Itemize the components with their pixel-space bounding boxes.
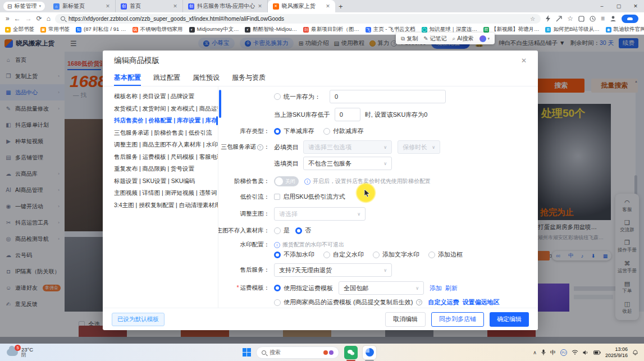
history-icon[interactable] <box>590 16 596 22</box>
tab-close-icon[interactable]: ✕ <box>258 3 262 9</box>
modal-menu-item[interactable]: 主图视频 | 详情图 | 测评短视频 | 违禁词 <box>114 187 218 199</box>
star-icon[interactable]: ☆ <box>567 15 573 22</box>
modal-tab[interactable]: 服务与资质 <box>232 71 266 86</box>
wifi-icon[interactable] <box>572 350 578 355</box>
confirm-edit-button[interactable]: 确定编辑 <box>490 312 529 327</box>
tray-app-icon[interactable]: PU <box>560 349 567 356</box>
weather-widget[interactable]: 5 23°C 阴 <box>0 347 33 358</box>
tier-price-toggle[interactable]: 关闭 <box>274 176 299 186</box>
main-image-yes-radio[interactable]: 是 <box>274 226 290 235</box>
modal-menu-item[interactable]: 调整主图 | 商品主图不存入素材库 | 水印配置 <box>114 139 218 151</box>
clock[interactable]: 13:06 2025/9/16 <box>605 346 628 358</box>
menu-icon[interactable]: ≡ <box>601 15 605 22</box>
close-window-button[interactable]: ✕ <box>627 0 644 12</box>
bookmark-item[interactable]: ▣ 常用书签 <box>40 26 70 33</box>
wechat-app-icon[interactable] <box>344 346 358 359</box>
bookmark-item[interactable]: ★ 全部书签 <box>5 26 34 33</box>
low-price-checkbox[interactable]: 启用SKU低价引流方式 <box>274 193 345 201</box>
warranty-select[interactable]: 保修时长∨ <box>398 140 440 154</box>
modal-menu-item[interactable]: 售后服务 | 运费模板 | 尺码模板 | 客服电话 <box>114 151 218 163</box>
url-bar[interactable]: https://xfdyorder.zzbtool.com/zzb_super_… <box>55 14 541 24</box>
lightning-icon[interactable] <box>545 15 551 22</box>
modal-menu-item[interactable]: 重复发布 | 商品限购 | 货号设置 <box>114 163 218 175</box>
browser-tab[interactable]: 创 首页 ✕ <box>116 0 183 12</box>
low-stock-input[interactable]: 0 <box>335 108 360 121</box>
tab-close-icon[interactable]: ✕ <box>173 3 177 9</box>
stock-type-payment-radio[interactable]: 付款减库存 <box>323 127 364 135</box>
cloud-sync-pill[interactable] <box>622 15 638 23</box>
browser-tab[interactable]: 创 抖店服务市场-应用中心 ✕ <box>183 0 268 12</box>
modal-tab[interactable]: 基本配置 <box>114 71 141 86</box>
bookmark-item[interactable]: 知 (87 封私信 / 91 … <box>76 26 126 33</box>
modal-menu-item[interactable]: 三包服务承诺 | 阶梯价售卖 | 低价引流 <box>114 127 218 139</box>
modal-menu-item[interactable]: 3:4主图 | 授权复制配置 | 自动清理素材库 <box>114 199 218 212</box>
bookmark-item[interactable]: ◉ 凯迪软件官网-商… <box>606 26 644 33</box>
browser-tab[interactable]: ⌂ 新标签页 ✕ <box>48 0 116 12</box>
watermark-option-radio[interactable]: 添加边框 <box>428 250 463 259</box>
notification-center-icon[interactable] <box>632 349 638 355</box>
bookmark-item[interactable]: 锅 不锈钢电饼铛家用 <box>133 26 183 33</box>
watermark-option-radio[interactable]: 不添加水印 <box>274 250 314 259</box>
optional-sanbao-select[interactable]: 不包含三包服务∨ <box>303 157 392 170</box>
taskbar-search[interactable]: 搜索 <box>256 346 339 359</box>
bookmark-star-icon[interactable]: ☆ <box>530 16 535 22</box>
freight-specified-radio[interactable]: 使用指定运费模板 <box>274 284 333 293</box>
back-button[interactable]: ← <box>14 15 21 22</box>
adjust-main-select[interactable]: 请选择∨ <box>274 207 366 221</box>
copy-button[interactable]: ⧉复制 <box>401 35 418 43</box>
close-icon[interactable]: ✕ <box>521 57 527 65</box>
extensions-overflow-icon[interactable]: » <box>6 15 10 22</box>
ime-indicator[interactable]: 中 <box>550 349 556 357</box>
tab-close-icon[interactable]: ✕ <box>106 3 110 9</box>
ai-search-button[interactable]: ⌕AI搜索 <box>453 35 474 43</box>
freight-merchant-radio[interactable]: 使用商家商品的运费模板 (商品提交复制后生效) <box>274 298 413 307</box>
share-icon[interactable] <box>556 16 562 22</box>
modal-tab[interactable]: 跳过配置 <box>153 71 180 86</box>
bookmark-item[interactable]: ◐ Midjourney中文… <box>189 26 239 33</box>
maximize-button[interactable]: ▢ <box>610 0 627 12</box>
unified-stock-input[interactable]: 0 <box>330 90 446 103</box>
modal-menu-item[interactable]: 抖店售卖价 | 价格配置 | 库存设置 | 库存类型 <box>114 115 218 127</box>
unified-stock-radio[interactable]: 统一库存为： <box>274 93 321 101</box>
bookmark-item[interactable]: 剖 最新项目剖析（图… <box>303 26 359 33</box>
extension-icon[interactable] <box>578 16 584 22</box>
speaker-icon[interactable] <box>583 350 589 355</box>
browser-tab[interactable]: ✕ 晓风搬家上货 ✕ <box>268 0 335 12</box>
default-template-button[interactable]: 已设为默认模板 <box>112 313 165 326</box>
watermark-option-radio[interactable]: 自定义水印 <box>323 250 364 259</box>
refresh-freight-link[interactable]: 刷新 <box>445 284 458 293</box>
profile-icon[interactable] <box>610 15 616 22</box>
home-button[interactable]: ⌂ <box>47 15 51 22</box>
start-button[interactable] <box>243 348 251 357</box>
tab-manager-button[interactable]: ⊟ 标签管理 ▾ <box>3 2 45 11</box>
modal-menu-item[interactable]: 模板名称 | 类目设置 | 品牌设置 <box>114 90 218 103</box>
modal-menu-item[interactable]: 标题设置 | SKU设置 | SKU编码 <box>114 175 218 188</box>
watermark-option-radio[interactable]: 添加文字水印 <box>373 250 419 259</box>
tray-expand-icon[interactable]: ∧ <box>533 350 537 355</box>
freight-template-select[interactable]: 全国包邮∨ <box>339 281 424 295</box>
modal-menu-item[interactable]: 发货模式 | 发货时间 | 发布模式 | 商品运费处理 <box>114 103 218 115</box>
bookmark-item[interactable]: B 如何把B站等级从… <box>545 26 599 33</box>
bookmark-item[interactable]: ◐ 酷酷智绘-Midjou… <box>245 26 297 33</box>
main-image-no-radio[interactable]: 否 <box>295 226 311 235</box>
stock-type-order-radio[interactable]: 下单减库存 <box>274 127 314 135</box>
aftersale-select[interactable]: 支持7天无理由退货∨ <box>274 263 392 277</box>
add-freight-link[interactable]: 添加 <box>430 284 442 293</box>
new-tab-button[interactable]: + <box>335 2 346 11</box>
sanbao-select[interactable]: 请选择三包选项∨ <box>303 140 392 154</box>
tab-close-icon[interactable]: ✕ <box>326 3 330 9</box>
cancel-edit-button[interactable]: 取消编辑 <box>385 312 426 327</box>
note-button[interactable]: ✎记笔记 <box>423 35 446 43</box>
forward-button[interactable]: → <box>25 15 32 22</box>
modal-tab[interactable]: 属性预设 <box>193 71 220 86</box>
reload-button[interactable]: ⟳ <box>36 15 42 22</box>
custom-freight-link[interactable]: 自定义运费 <box>428 298 459 307</box>
sync-multi-store-button[interactable]: 同步到多店铺 <box>431 312 484 327</box>
browser-app-icon[interactable] <box>363 346 376 359</box>
remote-area-link[interactable]: 设置偏远地区 <box>462 298 499 307</box>
minimize-button[interactable]: – <box>593 0 610 12</box>
microphone-icon[interactable] <box>541 349 546 355</box>
form-scrollbar-thumb[interactable] <box>219 90 221 118</box>
toolbar-avatar-menu[interactable]: ▾ <box>479 35 490 42</box>
battery-icon[interactable] <box>593 350 601 355</box>
